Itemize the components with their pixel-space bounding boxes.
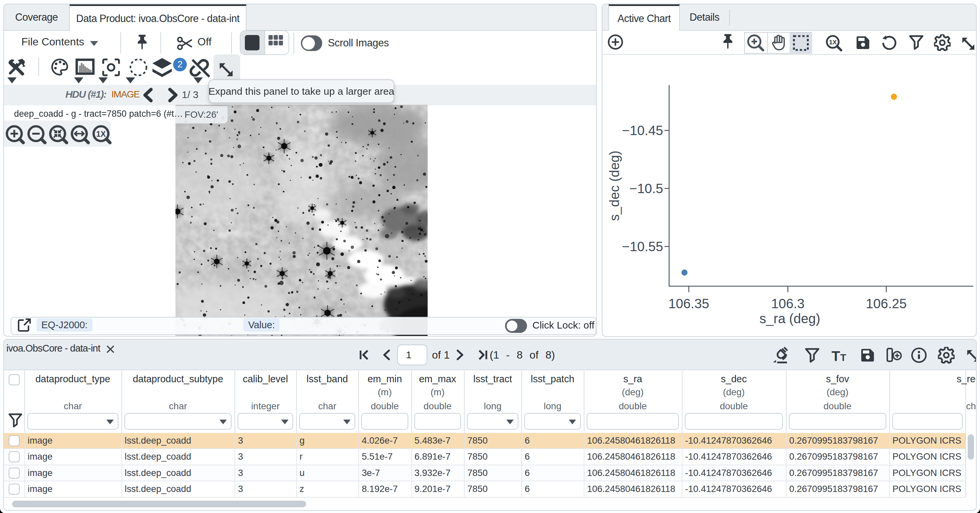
svg-text:s_dec (deg): s_dec (deg) — [607, 150, 622, 221]
svg-text:106.35: 106.35 — [668, 296, 709, 311]
svg-text:T: T — [840, 352, 846, 363]
svg-text:−10.5: −10.5 — [629, 181, 663, 196]
svg-text:−10.55: −10.55 — [622, 239, 663, 254]
svg-text:1X: 1X — [96, 130, 106, 139]
svg-text:1X: 1X — [829, 39, 837, 46]
svg-text:−10.45: −10.45 — [622, 123, 663, 138]
svg-text:106.25: 106.25 — [866, 296, 907, 311]
svg-text:s_ra (deg): s_ra (deg) — [759, 311, 820, 326]
svg-text:106.3: 106.3 — [771, 296, 805, 311]
svg-text:T: T — [832, 348, 840, 363]
